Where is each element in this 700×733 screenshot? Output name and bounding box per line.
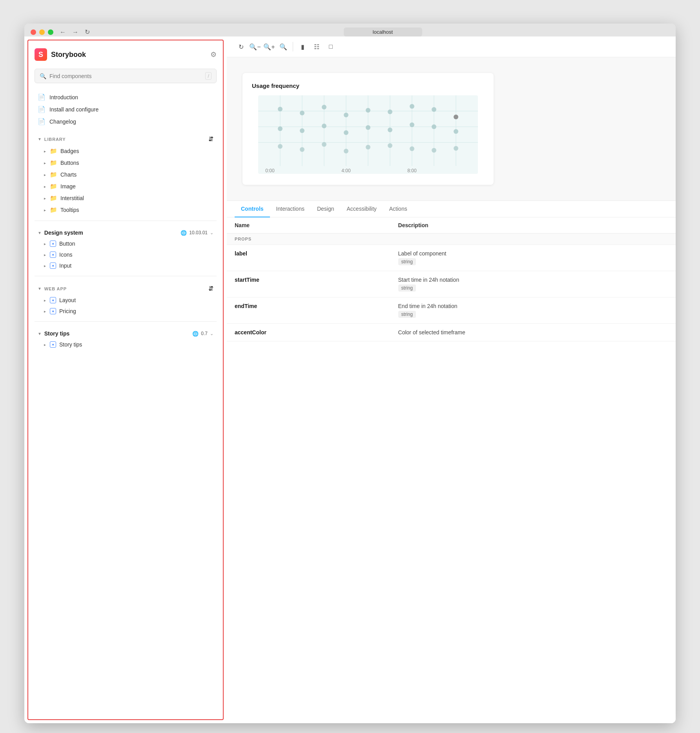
svg-point-34 (344, 149, 348, 153)
svg-point-39 (454, 146, 458, 151)
main-panel: ↻ 🔍− 🔍+ 🔍 ▮ ☷ □ Usage frequency (227, 36, 676, 723)
sidebar-item-label: Introduction (49, 94, 78, 100)
sidebar-item-buttons[interactable]: ▸ 📁 Buttons (35, 157, 217, 169)
sidebar-item-label: Changelog (49, 119, 76, 125)
settings-icon[interactable]: ⚙ (210, 50, 217, 59)
tab-accessibility[interactable]: Accessibility (341, 201, 383, 217)
chevron-right-icon: ▸ (44, 253, 46, 257)
sidebar-header: S Storybook ⚙ (35, 48, 217, 61)
version-badge: 10.03.01 (189, 230, 208, 235)
chevron-right-icon: ▸ (44, 208, 46, 212)
chevron-right-icon: ▸ (44, 184, 46, 189)
chevron-right-icon: ▸ (44, 161, 46, 165)
address-bar[interactable]: localhost (344, 27, 422, 36)
caret-down-icon[interactable]: ⌄ (210, 230, 213, 235)
section-sort-icon[interactable]: ⇵ (208, 135, 213, 143)
chevron-right-icon: ▸ (44, 343, 46, 347)
tab-controls[interactable]: Controls (235, 201, 270, 217)
sidebar-item-interstitial[interactable]: ▸ 📁 Interstitial (35, 192, 217, 204)
chevron-right-icon: ▸ (44, 242, 46, 246)
col-name-header: Name (227, 217, 390, 233)
folder-icon: 📁 (50, 183, 57, 190)
design-system-section-label: Design system (44, 230, 83, 236)
zoom-in-button[interactable]: 🔍+ (263, 40, 275, 53)
component-icon: ✦ (50, 263, 56, 269)
story-tips-section-header: ▼ Story tips 🌐 0.7 ⌄ (35, 326, 217, 339)
traffic-lights (31, 29, 53, 35)
search-input[interactable] (49, 73, 202, 79)
sidebar-item-label: Pricing (59, 308, 76, 314)
sidebar-item-label: Button (59, 241, 75, 247)
back-button[interactable]: ← (58, 28, 67, 36)
svg-point-23 (300, 128, 304, 133)
outline-button[interactable]: □ (324, 40, 337, 53)
prop-type-badge: string (398, 311, 416, 318)
sidebar-item-label: Badges (60, 148, 79, 154)
chart-title: Usage frequency (252, 82, 484, 89)
svg-point-15 (322, 105, 326, 109)
section-chevron-icon: ▼ (38, 137, 42, 141)
close-button[interactable] (31, 29, 36, 35)
reload-button[interactable]: ↻ (83, 27, 91, 36)
svg-point-32 (300, 147, 304, 152)
svg-point-16 (344, 113, 348, 117)
prop-type-badge: string (398, 258, 416, 265)
refresh-button[interactable]: ↻ (235, 40, 247, 53)
section-chevron-icon: ▼ (38, 332, 42, 336)
svg-point-17 (366, 108, 370, 113)
sidebar-item-charts[interactable]: ▸ 📁 Charts (35, 169, 217, 181)
svg-point-35 (366, 145, 370, 150)
svg-point-37 (410, 146, 414, 151)
svg-point-20 (432, 107, 436, 112)
sidebar-item-label: Buttons (60, 160, 79, 166)
table-row: endTime End time in 24h notation string (227, 297, 676, 324)
sidebar-item-label: Install and configure (49, 106, 98, 113)
doc-icon: 📄 (38, 93, 46, 101)
prop-type-badge: string (398, 284, 416, 292)
fullscreen-button[interactable] (48, 29, 53, 35)
controls-tabs: Controls Interactions Design Accessibili… (227, 201, 676, 217)
sidebar-item-story-tips[interactable]: ▸ ✦ Story tips (35, 339, 217, 350)
sidebar-item-badges[interactable]: ▸ 📁 Badges (35, 145, 217, 157)
sidebar-item-changelog[interactable]: 📄 Changelog (35, 115, 217, 128)
svg-point-13 (278, 107, 283, 111)
sidebar-item-tooltips[interactable]: ▸ 📁 Tooltips (35, 204, 217, 216)
caret-down-icon[interactable]: ⌄ (210, 331, 213, 336)
section-sort-icon[interactable]: ⇵ (208, 285, 213, 292)
folder-icon: 📁 (50, 206, 57, 213)
find-button[interactable]: 🔍 (277, 40, 290, 53)
tab-design[interactable]: Design (311, 201, 341, 217)
sidebar-item-pricing[interactable]: ▸ ✦ Pricing (35, 306, 217, 317)
search-box[interactable]: 🔍 / (35, 69, 217, 83)
sidebar-item-label: Tooltips (60, 207, 79, 213)
usage-frequency-chart: 0:00 4:00 8:00 (252, 95, 484, 174)
component-icon: ✦ (50, 252, 56, 258)
library-section-label: LIBRARY (44, 137, 66, 142)
grid-button[interactable]: ☷ (310, 40, 323, 53)
forward-button[interactable]: → (71, 28, 80, 36)
sidebar-item-button[interactable]: ▸ ✦ Button (35, 238, 217, 249)
toolbar: ↻ 🔍− 🔍+ 🔍 ▮ ☷ □ (227, 36, 676, 57)
sidebar-item-install[interactable]: 📄 Install and configure (35, 103, 217, 115)
tab-actions[interactable]: Actions (383, 201, 414, 217)
sidebar-item-layout[interactable]: ▸ ✦ Layout (35, 295, 217, 306)
sidebar-item-input[interactable]: ▸ ✦ Input (35, 260, 217, 271)
svg-text:4:00: 4:00 (341, 168, 351, 173)
minimize-button[interactable] (39, 29, 45, 35)
chevron-right-icon: ▸ (44, 309, 46, 314)
design-system-section-header: ▼ Design system 🌐 10.03.01 ⌄ (35, 226, 217, 238)
preview-area: Usage frequency (227, 57, 676, 201)
viewport-button[interactable]: ▮ (296, 40, 309, 53)
sidebar-item-image[interactable]: ▸ 📁 Image (35, 181, 217, 192)
chevron-right-icon: ▸ (44, 173, 46, 177)
svg-text:8:00: 8:00 (407, 168, 417, 173)
sidebar-item-icons[interactable]: ▸ ✦ Icons (35, 249, 217, 260)
svg-point-19 (410, 104, 414, 109)
component-icon: ✦ (50, 308, 56, 314)
folder-icon: 📁 (50, 148, 57, 155)
tab-interactions[interactable]: Interactions (270, 201, 311, 217)
sidebar-item-introduction[interactable]: 📄 Introduction (35, 91, 217, 103)
divider (35, 221, 217, 221)
svg-point-22 (278, 126, 283, 131)
zoom-out-button[interactable]: 🔍− (249, 40, 261, 53)
